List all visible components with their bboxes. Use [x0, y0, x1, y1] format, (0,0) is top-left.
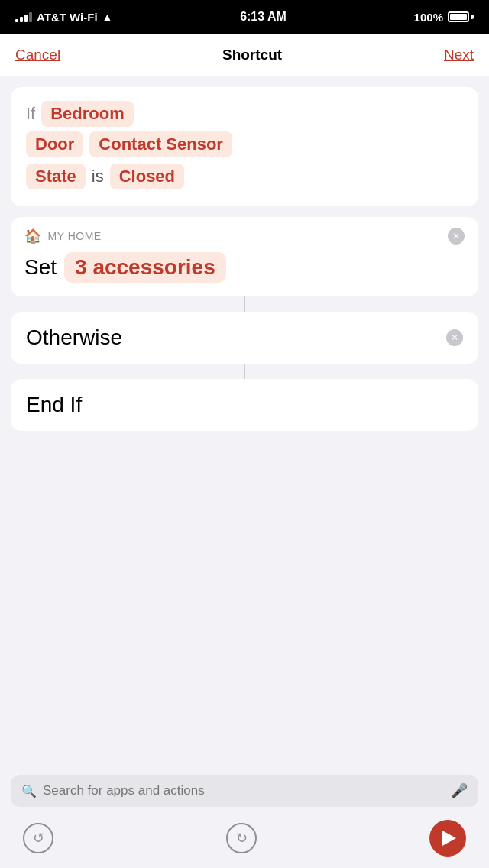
if-row-1: If Bedroom	[26, 101, 463, 127]
my-home-text: MY HOME	[48, 230, 102, 242]
play-icon	[442, 831, 456, 846]
set-text: Set	[24, 255, 57, 280]
home-icon: 🏠	[24, 228, 42, 245]
battery-percent: 100%	[414, 11, 443, 24]
search-bar: 🔍 🎤	[11, 775, 478, 807]
battery-icon	[448, 11, 474, 22]
if-row-2: Door Contact Sensor	[26, 131, 463, 157]
play-button[interactable]	[429, 820, 466, 857]
state-chip[interactable]: State	[26, 164, 86, 189]
door-chip[interactable]: Door	[26, 131, 83, 157]
connector-2	[0, 364, 489, 379]
wifi-icon: ▲	[102, 11, 113, 23]
nav-bar: Cancel Shortcut Next	[0, 34, 489, 76]
mic-icon[interactable]: 🎤	[451, 782, 468, 799]
my-home-label: 🏠 MY HOME	[24, 228, 102, 245]
bottom-toolbar: ↺ ↻	[0, 815, 489, 868]
search-input[interactable]	[43, 783, 445, 798]
set-card-close-button[interactable]: ✕	[448, 228, 465, 245]
set-card-header: 🏠 MY HOME ✕	[24, 228, 465, 245]
undo-icon: ↺	[33, 830, 44, 847]
if-row-3: State is Closed	[26, 164, 463, 189]
set-row: Set 3 accessories	[24, 252, 465, 283]
if-label: If	[26, 104, 35, 124]
endif-text: End If	[26, 393, 82, 416]
status-right: 100%	[414, 11, 474, 24]
next-button[interactable]: Next	[444, 47, 474, 63]
signal-icon	[15, 12, 32, 22]
set-card: 🏠 MY HOME ✕ Set 3 accessories	[11, 217, 478, 296]
accessories-chip[interactable]: 3 accessories	[64, 252, 226, 283]
closed-chip[interactable]: Closed	[110, 164, 184, 189]
status-bar: AT&T Wi-Fi ▲ 6:13 AM 100%	[0, 0, 489, 34]
otherwise-text: Otherwise	[26, 326, 122, 350]
search-bar-container: 🔍 🎤	[0, 764, 489, 815]
content-area: If Bedroom Door Contact Sensor State is …	[0, 76, 489, 753]
bedroom-chip[interactable]: Bedroom	[41, 101, 134, 127]
if-card: If Bedroom Door Contact Sensor State is …	[11, 87, 478, 206]
undo-button[interactable]: ↺	[23, 823, 53, 853]
contact-sensor-chip[interactable]: Contact Sensor	[89, 131, 232, 157]
carrier-label: AT&T Wi-Fi	[37, 11, 98, 24]
status-left: AT&T Wi-Fi ▲	[15, 11, 112, 24]
status-time: 6:13 AM	[240, 10, 287, 24]
otherwise-card: Otherwise ✕	[11, 312, 478, 364]
is-text: is	[92, 167, 104, 186]
redo-button[interactable]: ↻	[226, 823, 257, 853]
search-icon: 🔍	[21, 784, 37, 798]
endif-card: End If	[11, 379, 478, 431]
nav-title: Shortcut	[222, 47, 282, 63]
redo-icon: ↻	[236, 830, 248, 847]
cancel-button[interactable]: Cancel	[15, 47, 60, 63]
connector-1	[0, 296, 489, 312]
otherwise-close-button[interactable]: ✕	[446, 329, 463, 346]
